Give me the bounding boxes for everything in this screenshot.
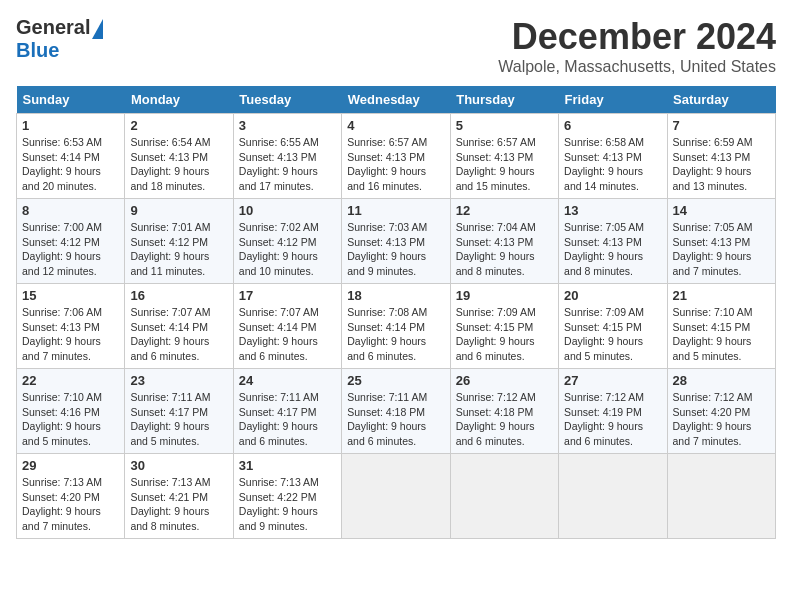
day-info: Sunrise: 7:10 AMSunset: 4:15 PMDaylight:…: [673, 305, 770, 364]
day-info: Sunrise: 7:11 AMSunset: 4:17 PMDaylight:…: [130, 390, 227, 449]
month-title: December 2024: [498, 16, 776, 58]
day-info: Sunrise: 6:59 AMSunset: 4:13 PMDaylight:…: [673, 135, 770, 194]
day-info: Sunrise: 7:07 AMSunset: 4:14 PMDaylight:…: [239, 305, 336, 364]
day-info: Sunrise: 7:11 AMSunset: 4:18 PMDaylight:…: [347, 390, 444, 449]
day-number: 8: [22, 203, 119, 218]
day-info: Sunrise: 7:00 AMSunset: 4:12 PMDaylight:…: [22, 220, 119, 279]
calendar-cell: [450, 454, 558, 539]
day-info: Sunrise: 7:12 AMSunset: 4:20 PMDaylight:…: [673, 390, 770, 449]
header-row: Sunday Monday Tuesday Wednesday Thursday…: [17, 86, 776, 114]
calendar-cell: 12Sunrise: 7:04 AMSunset: 4:13 PMDayligh…: [450, 199, 558, 284]
day-number: 9: [130, 203, 227, 218]
calendar-cell: 6Sunrise: 6:58 AMSunset: 4:13 PMDaylight…: [559, 114, 667, 199]
day-info: Sunrise: 7:04 AMSunset: 4:13 PMDaylight:…: [456, 220, 553, 279]
day-number: 20: [564, 288, 661, 303]
day-info: Sunrise: 7:05 AMSunset: 4:13 PMDaylight:…: [673, 220, 770, 279]
calendar-cell: 23Sunrise: 7:11 AMSunset: 4:17 PMDayligh…: [125, 369, 233, 454]
day-info: Sunrise: 7:13 AMSunset: 4:21 PMDaylight:…: [130, 475, 227, 534]
day-info: Sunrise: 7:13 AMSunset: 4:22 PMDaylight:…: [239, 475, 336, 534]
calendar-cell: 17Sunrise: 7:07 AMSunset: 4:14 PMDayligh…: [233, 284, 341, 369]
calendar-cell: 2Sunrise: 6:54 AMSunset: 4:13 PMDaylight…: [125, 114, 233, 199]
calendar-cell: [342, 454, 450, 539]
day-number: 25: [347, 373, 444, 388]
day-number: 30: [130, 458, 227, 473]
calendar-cell: 30Sunrise: 7:13 AMSunset: 4:21 PMDayligh…: [125, 454, 233, 539]
day-number: 19: [456, 288, 553, 303]
col-saturday: Saturday: [667, 86, 775, 114]
day-number: 17: [239, 288, 336, 303]
day-info: Sunrise: 7:06 AMSunset: 4:13 PMDaylight:…: [22, 305, 119, 364]
col-sunday: Sunday: [17, 86, 125, 114]
calendar-cell: 21Sunrise: 7:10 AMSunset: 4:15 PMDayligh…: [667, 284, 775, 369]
day-number: 29: [22, 458, 119, 473]
day-number: 11: [347, 203, 444, 218]
day-info: Sunrise: 7:09 AMSunset: 4:15 PMDaylight:…: [456, 305, 553, 364]
day-info: Sunrise: 7:02 AMSunset: 4:12 PMDaylight:…: [239, 220, 336, 279]
day-number: 21: [673, 288, 770, 303]
calendar-cell: 20Sunrise: 7:09 AMSunset: 4:15 PMDayligh…: [559, 284, 667, 369]
calendar-cell: 10Sunrise: 7:02 AMSunset: 4:12 PMDayligh…: [233, 199, 341, 284]
calendar-week-row: 29Sunrise: 7:13 AMSunset: 4:20 PMDayligh…: [17, 454, 776, 539]
calendar-header: Sunday Monday Tuesday Wednesday Thursday…: [17, 86, 776, 114]
col-thursday: Thursday: [450, 86, 558, 114]
day-number: 14: [673, 203, 770, 218]
calendar-table: Sunday Monday Tuesday Wednesday Thursday…: [16, 86, 776, 539]
day-info: Sunrise: 7:08 AMSunset: 4:14 PMDaylight:…: [347, 305, 444, 364]
logo-blue: Blue: [16, 39, 59, 61]
calendar-cell: 1Sunrise: 6:53 AMSunset: 4:14 PMDaylight…: [17, 114, 125, 199]
col-friday: Friday: [559, 86, 667, 114]
col-wednesday: Wednesday: [342, 86, 450, 114]
calendar-body: 1Sunrise: 6:53 AMSunset: 4:14 PMDaylight…: [17, 114, 776, 539]
day-number: 3: [239, 118, 336, 133]
col-tuesday: Tuesday: [233, 86, 341, 114]
calendar-cell: [667, 454, 775, 539]
page-container: General Blue December 2024 Walpole, Mass…: [16, 16, 776, 539]
calendar-cell: 27Sunrise: 7:12 AMSunset: 4:19 PMDayligh…: [559, 369, 667, 454]
day-info: Sunrise: 6:55 AMSunset: 4:13 PMDaylight:…: [239, 135, 336, 194]
day-info: Sunrise: 7:11 AMSunset: 4:17 PMDaylight:…: [239, 390, 336, 449]
day-number: 6: [564, 118, 661, 133]
day-number: 4: [347, 118, 444, 133]
day-number: 5: [456, 118, 553, 133]
day-info: Sunrise: 6:54 AMSunset: 4:13 PMDaylight:…: [130, 135, 227, 194]
calendar-cell: 31Sunrise: 7:13 AMSunset: 4:22 PMDayligh…: [233, 454, 341, 539]
logo: General Blue: [16, 16, 103, 62]
header: General Blue December 2024 Walpole, Mass…: [16, 16, 776, 76]
calendar-cell: 5Sunrise: 6:57 AMSunset: 4:13 PMDaylight…: [450, 114, 558, 199]
calendar-cell: 29Sunrise: 7:13 AMSunset: 4:20 PMDayligh…: [17, 454, 125, 539]
day-number: 24: [239, 373, 336, 388]
calendar-cell: 19Sunrise: 7:09 AMSunset: 4:15 PMDayligh…: [450, 284, 558, 369]
day-number: 2: [130, 118, 227, 133]
calendar-cell: 16Sunrise: 7:07 AMSunset: 4:14 PMDayligh…: [125, 284, 233, 369]
logo-general: General: [16, 16, 90, 39]
calendar-cell: 28Sunrise: 7:12 AMSunset: 4:20 PMDayligh…: [667, 369, 775, 454]
day-info: Sunrise: 6:57 AMSunset: 4:13 PMDaylight:…: [347, 135, 444, 194]
day-number: 27: [564, 373, 661, 388]
day-number: 18: [347, 288, 444, 303]
col-monday: Monday: [125, 86, 233, 114]
day-number: 16: [130, 288, 227, 303]
calendar-cell: 13Sunrise: 7:05 AMSunset: 4:13 PMDayligh…: [559, 199, 667, 284]
calendar-cell: 9Sunrise: 7:01 AMSunset: 4:12 PMDaylight…: [125, 199, 233, 284]
calendar-week-row: 22Sunrise: 7:10 AMSunset: 4:16 PMDayligh…: [17, 369, 776, 454]
logo-triangle-icon: [92, 19, 103, 39]
location-title: Walpole, Massachusetts, United States: [498, 58, 776, 76]
day-number: 31: [239, 458, 336, 473]
day-info: Sunrise: 6:53 AMSunset: 4:14 PMDaylight:…: [22, 135, 119, 194]
title-section: December 2024 Walpole, Massachusetts, Un…: [498, 16, 776, 76]
day-number: 13: [564, 203, 661, 218]
day-number: 26: [456, 373, 553, 388]
day-number: 22: [22, 373, 119, 388]
day-info: Sunrise: 7:09 AMSunset: 4:15 PMDaylight:…: [564, 305, 661, 364]
calendar-cell: 24Sunrise: 7:11 AMSunset: 4:17 PMDayligh…: [233, 369, 341, 454]
calendar-cell: 26Sunrise: 7:12 AMSunset: 4:18 PMDayligh…: [450, 369, 558, 454]
calendar-cell: 25Sunrise: 7:11 AMSunset: 4:18 PMDayligh…: [342, 369, 450, 454]
calendar-cell: 15Sunrise: 7:06 AMSunset: 4:13 PMDayligh…: [17, 284, 125, 369]
calendar-week-row: 15Sunrise: 7:06 AMSunset: 4:13 PMDayligh…: [17, 284, 776, 369]
calendar-cell: 11Sunrise: 7:03 AMSunset: 4:13 PMDayligh…: [342, 199, 450, 284]
calendar-cell: 18Sunrise: 7:08 AMSunset: 4:14 PMDayligh…: [342, 284, 450, 369]
day-info: Sunrise: 7:05 AMSunset: 4:13 PMDaylight:…: [564, 220, 661, 279]
logo-line1: General: [16, 16, 103, 39]
day-number: 12: [456, 203, 553, 218]
day-info: Sunrise: 7:12 AMSunset: 4:18 PMDaylight:…: [456, 390, 553, 449]
